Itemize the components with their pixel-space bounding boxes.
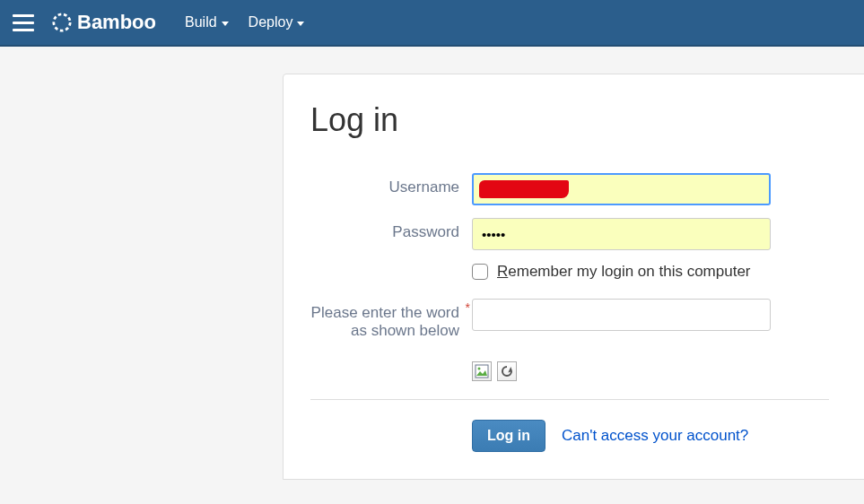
- page-title: Log in: [310, 101, 829, 139]
- nav-build-label: Build: [185, 14, 217, 30]
- captcha-label: Please enter the word as shown below*: [310, 299, 472, 340]
- login-button[interactable]: Log in: [472, 420, 545, 452]
- bamboo-logo-icon: [52, 13, 72, 32]
- menu-icon[interactable]: [11, 10, 36, 35]
- form-actions: Log in Can't access your account?: [472, 420, 829, 452]
- nav-menu: Build Deploy: [185, 14, 304, 30]
- svg-point-0: [54, 14, 70, 30]
- required-asterisk: *: [466, 300, 470, 315]
- username-row: Username: [310, 173, 829, 205]
- captcha-image-icon[interactable]: [472, 361, 492, 381]
- remember-checkbox[interactable]: [472, 264, 488, 280]
- chevron-down-icon: [222, 22, 229, 26]
- remember-label[interactable]: Remember my login on this computer: [497, 263, 751, 281]
- svg-point-2: [478, 368, 481, 370]
- divider: [310, 399, 829, 400]
- login-card: Log in Username Password Remember my log…: [283, 74, 864, 480]
- nav-deploy-label: Deploy: [249, 14, 293, 30]
- nav-build[interactable]: Build: [185, 14, 229, 30]
- captcha-input[interactable]: [472, 299, 771, 331]
- password-input[interactable]: [472, 218, 771, 250]
- password-label: Password: [310, 218, 472, 241]
- forgot-link[interactable]: Can't access your account?: [562, 427, 748, 445]
- content: Log in Username Password Remember my log…: [0, 47, 864, 480]
- brand-text: Bamboo: [77, 11, 156, 34]
- captcha-controls: [472, 361, 829, 381]
- brand-logo[interactable]: Bamboo: [52, 11, 156, 34]
- refresh-icon[interactable]: [497, 361, 517, 381]
- remember-row: Remember my login on this computer: [472, 263, 829, 281]
- username-input[interactable]: [472, 173, 771, 205]
- chevron-down-icon: [297, 22, 304, 26]
- top-nav: Bamboo Build Deploy: [0, 0, 864, 47]
- nav-deploy[interactable]: Deploy: [249, 14, 305, 30]
- username-label: Username: [310, 173, 472, 196]
- password-row: Password: [310, 218, 829, 250]
- captcha-row: Please enter the word as shown below*: [310, 299, 829, 340]
